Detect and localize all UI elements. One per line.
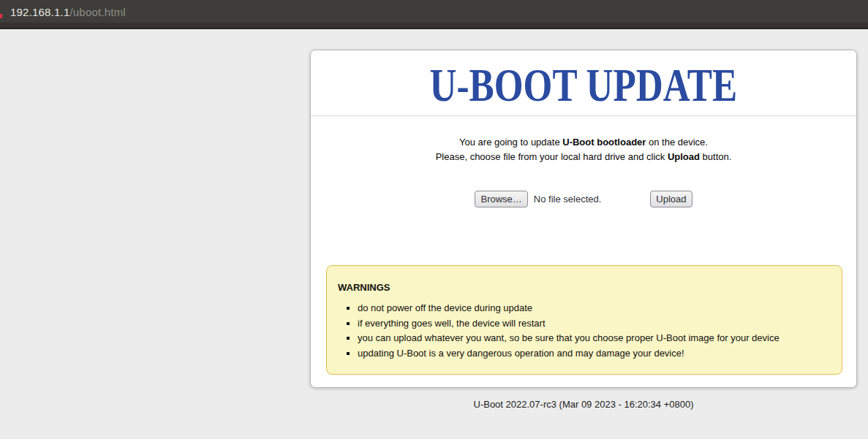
warning-item: updating U-Boot is a very dangerous oper…: [358, 346, 831, 362]
warnings-box: WARNINGS do not power off the device dur…: [326, 265, 842, 375]
intro-line2-post: button.: [700, 151, 731, 162]
browse-button[interactable]: Browse…: [475, 191, 527, 207]
page-title: U-BOOT UPDATE: [430, 58, 738, 112]
browser-url-bar[interactable]: 192.168.1.1/uboot.html: [0, 0, 868, 29]
url-path: /uboot.html: [69, 6, 125, 18]
intro-line1-bold: U-Boot bootloader: [562, 137, 646, 148]
warning-item: if everything goes well, the device will…: [358, 316, 831, 332]
uboot-update-card: U-BOOT UPDATE You are going to update U-…: [310, 50, 857, 388]
card-header: U-BOOT UPDATE: [311, 50, 856, 116]
intro-line2-bold: Upload: [668, 151, 700, 162]
footer-version: U-Boot 2022.07-rc3 (Mar 09 2023 - 16:20:…: [310, 399, 857, 410]
upload-button[interactable]: Upload: [650, 191, 692, 207]
upload-form: Browse… No file selected. Upload: [311, 191, 856, 207]
intro-text: You are going to update U-Boot bootloade…: [311, 135, 856, 164]
url-host: 192.168.1.1: [10, 6, 69, 18]
warnings-list: do not power off the device during updat…: [338, 301, 831, 361]
intro-line-1: You are going to update U-Boot bootloade…: [311, 135, 856, 150]
intro-line1-pre: You are going to update: [459, 137, 562, 148]
red-indicator: [0, 14, 2, 18]
warning-item: do not power off the device during updat…: [358, 301, 831, 316]
warnings-heading: WARNINGS: [338, 282, 831, 293]
file-input[interactable]: Browse… No file selected.: [475, 191, 601, 207]
intro-line-2: Please, choose file from your local hard…: [311, 150, 856, 164]
file-status-text: No file selected.: [534, 194, 602, 205]
warning-item: you can upload whatever you want, so be …: [358, 331, 831, 346]
intro-line1-post: on the device.: [646, 137, 708, 148]
address-url[interactable]: 192.168.1.1/uboot.html: [10, 6, 126, 18]
intro-line2-pre: Please, choose file from your local hard…: [436, 151, 668, 162]
